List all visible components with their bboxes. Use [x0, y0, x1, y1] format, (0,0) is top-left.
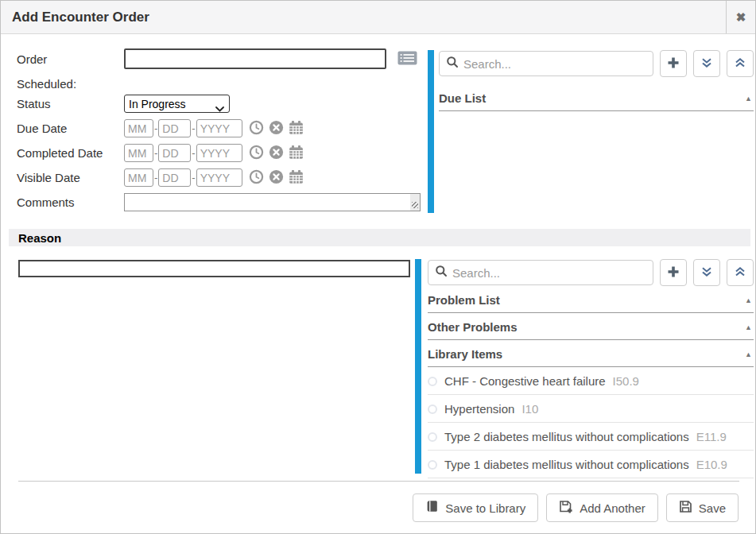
order-input[interactable]: [124, 48, 386, 69]
reason-collapse-all-button[interactable]: [727, 259, 754, 286]
item-name: CHF - Congestive heart failure: [444, 374, 606, 388]
status-label: Status: [17, 97, 124, 110]
reason-expand-all-button[interactable]: [693, 259, 720, 286]
radio-icon[interactable]: [428, 432, 437, 442]
plus-icon: [666, 56, 680, 72]
completed-date-calendar-button[interactable]: [289, 145, 304, 162]
save-to-library-label: Save to Library: [445, 501, 525, 515]
item-code: E11.9: [696, 430, 727, 443]
x-circle-icon: [269, 169, 284, 187]
order-lookup-button[interactable]: [396, 50, 418, 68]
section-header-problem-list[interactable]: Problem List ▲: [428, 286, 754, 313]
radio-icon[interactable]: [428, 377, 437, 386]
order-row: Order: [17, 48, 427, 69]
reason-input[interactable]: [18, 260, 410, 277]
section-header-due-list[interactable]: Due List ▲: [439, 84, 754, 111]
completed-date-month-input[interactable]: [124, 144, 153, 162]
save-icon: [679, 500, 692, 516]
item-code: I50.9: [613, 374, 639, 388]
reason-search-input[interactable]: [452, 266, 646, 280]
dialog-title: Add Encounter Order: [12, 10, 149, 25]
library-item-type2-diabetes[interactable]: Type 2 diabetes mellitus without complic…: [428, 423, 754, 451]
collapse-triangle-icon[interactable]: ▲: [745, 95, 752, 103]
double-chevron-down-icon: [700, 265, 713, 281]
status-row: Status In Progress: [17, 95, 427, 113]
visible-date-clear-button[interactable]: [269, 169, 284, 187]
due-search-row: [439, 50, 754, 77]
plus-icon: [666, 265, 680, 281]
reason-add-button[interactable]: [660, 259, 687, 286]
library-item-chf[interactable]: CHF - Congestive heart failure I50.9: [428, 367, 754, 395]
visible-date-calendar-button[interactable]: [289, 169, 304, 187]
item-code: E10.9: [696, 458, 727, 471]
save-to-library-button[interactable]: Save to Library: [413, 493, 538, 522]
due-date-row: Due Date - -: [17, 119, 427, 137]
collapse-triangle-icon[interactable]: ▲: [745, 323, 752, 331]
due-date-year-input[interactable]: [196, 119, 242, 137]
add-another-label: Add Another: [580, 501, 646, 515]
due-collapse-all-button[interactable]: [727, 50, 754, 77]
calendar-icon: [289, 145, 304, 162]
comments-input[interactable]: [124, 193, 421, 211]
date-separator: -: [154, 172, 157, 184]
section-title: Due List: [439, 91, 486, 105]
reason-search-box[interactable]: [428, 260, 653, 285]
completed-date-clear-button[interactable]: [269, 145, 284, 162]
visible-date-month-input[interactable]: [124, 168, 153, 187]
reason-title: Reason: [18, 231, 61, 245]
completed-date-label: Completed Date: [17, 146, 124, 160]
save-button[interactable]: Save: [666, 493, 739, 522]
order-form: Order: [17, 48, 427, 211]
double-chevron-up-icon: [734, 265, 746, 281]
due-date-day-input[interactable]: [158, 119, 191, 137]
visible-date-time-button[interactable]: [249, 169, 264, 187]
section-title: Problem List: [428, 293, 500, 307]
panel-accent-bar: [428, 50, 434, 213]
save-label: Save: [699, 501, 726, 515]
reason-panel: Problem List ▲ Other Problems ▲ Library …: [415, 259, 754, 480]
due-search-input[interactable]: [463, 57, 646, 71]
due-expand-all-button[interactable]: [693, 50, 720, 77]
visible-date-year-input[interactable]: [196, 168, 242, 187]
due-date-month-input[interactable]: [124, 119, 153, 137]
add-another-button[interactable]: Add Another: [546, 493, 658, 522]
due-date-clear-button[interactable]: [269, 120, 284, 137]
visible-date-day-input[interactable]: [158, 168, 191, 187]
collapse-triangle-icon[interactable]: ▲: [745, 296, 752, 304]
status-select[interactable]: In Progress: [124, 95, 230, 113]
search-icon: [435, 265, 452, 281]
completed-date-day-input[interactable]: [158, 144, 191, 162]
footer-actions: Save to Library Add Another Save: [413, 493, 739, 522]
resize-handle-icon[interactable]: [410, 194, 420, 211]
due-add-button[interactable]: [660, 50, 687, 77]
completed-date-year-input[interactable]: [196, 144, 242, 162]
visible-date-label: Visible Date: [17, 171, 124, 184]
library-item-hypertension[interactable]: Hypertension I10: [428, 395, 754, 423]
due-search-box[interactable]: [439, 51, 653, 76]
library-item-type1-diabetes[interactable]: Type 1 diabetes mellitus without complic…: [428, 451, 754, 478]
visible-date-row: Visible Date - -: [17, 168, 427, 187]
item-code: I10: [521, 402, 538, 416]
clock-icon: [249, 120, 264, 137]
book-icon: [425, 500, 439, 516]
section-header-other-problems[interactable]: Other Problems ▲: [428, 313, 754, 340]
search-icon: [446, 56, 463, 72]
collapse-triangle-icon[interactable]: ▲: [745, 350, 752, 358]
clock-icon: [249, 169, 264, 187]
section-title: Other Problems: [428, 320, 518, 334]
radio-icon[interactable]: [428, 460, 437, 470]
item-name: Hypertension: [444, 402, 514, 416]
reason-search-row: [428, 259, 754, 286]
completed-date-row: Completed Date - -: [17, 144, 427, 162]
due-date-calendar-button[interactable]: [289, 120, 304, 137]
radio-icon[interactable]: [428, 404, 437, 414]
completed-date-time-button[interactable]: [249, 145, 264, 162]
section-header-library-items[interactable]: Library Items ▲: [428, 340, 754, 367]
save-plus-icon: [559, 500, 573, 517]
close-button[interactable]: ✖: [726, 1, 755, 33]
x-circle-icon: [269, 120, 284, 137]
due-date-time-button[interactable]: [249, 120, 264, 137]
date-separator: -: [192, 172, 195, 184]
date-separator: -: [154, 147, 157, 159]
footer-divider: [18, 481, 739, 482]
